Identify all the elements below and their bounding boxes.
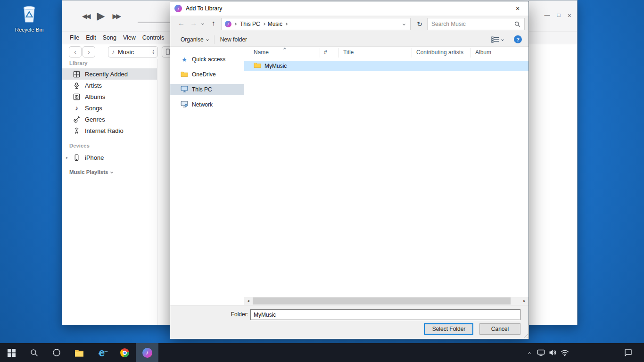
rewind-button[interactable]: ◀◀	[82, 12, 90, 20]
search-input[interactable]	[428, 21, 514, 27]
mic-icon	[73, 82, 81, 89]
volume-slider[interactable]	[138, 22, 172, 23]
menu-song[interactable]: Song	[103, 34, 116, 41]
maximize-button[interactable]: □	[557, 12, 561, 19]
recycle-bin-label: Recycle Bin	[14, 27, 44, 33]
menu-edit[interactable]: Edit	[86, 34, 96, 41]
file-explorer-button[interactable]	[68, 343, 91, 362]
folder-icon	[254, 62, 261, 70]
new-folder-button[interactable]: New folder	[220, 36, 247, 43]
spinner-down-icon: ▾	[152, 52, 154, 55]
help-button[interactable]: ?	[514, 35, 522, 43]
scrollbar-thumb[interactable]	[253, 297, 511, 304]
refresh-button[interactable]: ↻	[413, 18, 426, 30]
navpane-item-quick-access[interactable]: ★ Quick access	[170, 54, 244, 65]
cancel-button[interactable]: Cancel	[479, 323, 520, 335]
sidebar-item-albums[interactable]: Albums	[62, 91, 157, 102]
minimize-button[interactable]: —	[545, 12, 550, 19]
taskbar-search-button[interactable]	[23, 343, 45, 362]
breadcrumb-this-pc[interactable]: This PC	[237, 21, 263, 27]
computer-icon	[181, 85, 188, 94]
play-button[interactable]: ▶	[97, 10, 105, 22]
tray-volume-button[interactable]	[547, 343, 559, 362]
select-folder-button[interactable]: Select Folder	[424, 323, 473, 335]
recycle-bin-icon	[20, 4, 38, 24]
fast-forward-button[interactable]: ▶▶	[112, 12, 120, 20]
crumb-separator-icon	[285, 23, 288, 25]
iphone-icon	[73, 154, 81, 161]
tray-display-button[interactable]	[535, 343, 547, 362]
itunes-icon: ♪	[142, 348, 152, 358]
dialog-footer: Folder: Select Folder Cancel	[170, 305, 528, 339]
search-box	[427, 18, 525, 30]
recycle-bin[interactable]: Recycle Bin	[14, 4, 44, 33]
cortana-icon	[52, 348, 61, 357]
tower-icon	[73, 127, 81, 134]
resize-grip[interactable]	[522, 332, 528, 338]
start-button[interactable]	[0, 343, 23, 362]
internet-explorer-button[interactable]: e	[91, 343, 113, 362]
dialog-title: Add To Library	[186, 5, 222, 12]
nav-up-button[interactable]: ↑	[212, 19, 215, 26]
sidebar-item-internet-radio[interactable]: Internet Radio	[62, 125, 157, 136]
organise-button[interactable]: Organise	[181, 36, 208, 43]
dialog-close-button[interactable]: ×	[507, 1, 528, 15]
file-explorer-icon	[74, 349, 84, 357]
search-icon[interactable]	[514, 21, 520, 27]
cortana-button[interactable]	[45, 343, 68, 362]
nav-back-button[interactable]: ←	[178, 19, 185, 26]
column-header-album[interactable]: Album	[475, 49, 491, 56]
crumb-separator-icon	[234, 23, 237, 25]
expander-icon[interactable]: ▸	[66, 156, 68, 160]
monitor-icon	[537, 349, 545, 356]
chevron-down-icon	[206, 38, 209, 41]
itunes-app-icon: ♪	[174, 5, 182, 12]
file-row-mymusic[interactable]: MyMusic	[244, 61, 528, 71]
sidebar-item-songs[interactable]: ♪ Songs	[62, 102, 157, 114]
folder-input[interactable]	[250, 309, 520, 320]
view-mode-chevron-icon[interactable]	[501, 38, 504, 41]
sidebar-item-recently-added[interactable]: Recently Added	[62, 68, 157, 80]
action-center-icon	[624, 349, 632, 356]
tray-expand-button[interactable]	[523, 343, 535, 362]
devices-header: Devices	[69, 143, 90, 148]
scroll-right-icon[interactable]: ▸	[520, 297, 528, 305]
music-playlists-header[interactable]: Music Playlists	[69, 169, 113, 175]
horizontal-scrollbar[interactable]: ◂ ▸	[244, 297, 528, 305]
chevron-down-icon	[111, 171, 114, 173]
sidebar-item-genres[interactable]: Genres	[62, 114, 157, 125]
dialog-toolbar: Organise New folder ?	[170, 33, 528, 47]
column-header-name[interactable]: Name	[254, 49, 269, 56]
onedrive-folder-icon	[181, 71, 188, 79]
nav-forward-button[interactable]: →	[190, 19, 197, 26]
back-button[interactable]: ‹	[69, 46, 82, 58]
navpane-item-this-pc[interactable]: This PC	[170, 84, 244, 95]
media-source-dropdown[interactable]: ♪ Music ▴ ▾	[108, 46, 158, 58]
sidebar-item-iphone[interactable]: ▸ iPhone	[62, 152, 157, 163]
menu-view[interactable]: View	[123, 34, 136, 41]
action-center-button[interactable]	[618, 343, 638, 362]
itunes-sidebar: Library Recently Added Artists Albums ♪ …	[62, 59, 157, 325]
dialog-titlebar[interactable]: ♪ Add To Library ×	[170, 1, 528, 16]
column-header-number[interactable]: #	[324, 49, 327, 56]
nav-history-chevron-icon[interactable]	[201, 22, 204, 25]
chrome-button[interactable]	[113, 343, 136, 362]
menu-controls[interactable]: Controls	[142, 34, 165, 41]
itunes-taskbar-button[interactable]: ♪	[136, 343, 158, 362]
navpane-item-network[interactable]: Network	[170, 99, 244, 110]
tray-network-button[interactable]	[559, 343, 570, 362]
address-bar[interactable]: ♪ This PC Music	[221, 18, 411, 30]
sort-ascending-icon	[283, 48, 286, 50]
navpane-item-onedrive[interactable]: OneDrive	[170, 69, 244, 80]
breadcrumb-music[interactable]: Music	[265, 21, 285, 27]
close-button[interactable]: ×	[568, 12, 571, 19]
column-header-title[interactable]: Title	[343, 49, 354, 56]
sidebar-item-artists[interactable]: Artists	[62, 80, 157, 91]
forward-button[interactable]: ›	[83, 46, 95, 58]
scroll-left-icon[interactable]: ◂	[244, 297, 252, 305]
address-dropdown-icon[interactable]	[403, 23, 405, 25]
menu-file[interactable]: File	[70, 34, 79, 41]
view-mode-icon[interactable]	[491, 36, 499, 43]
add-to-library-dialog: ♪ Add To Library × ← → ↑ ♪ This PC Music…	[170, 1, 529, 339]
column-header-contributing-artists[interactable]: Contributing artists	[416, 49, 463, 56]
